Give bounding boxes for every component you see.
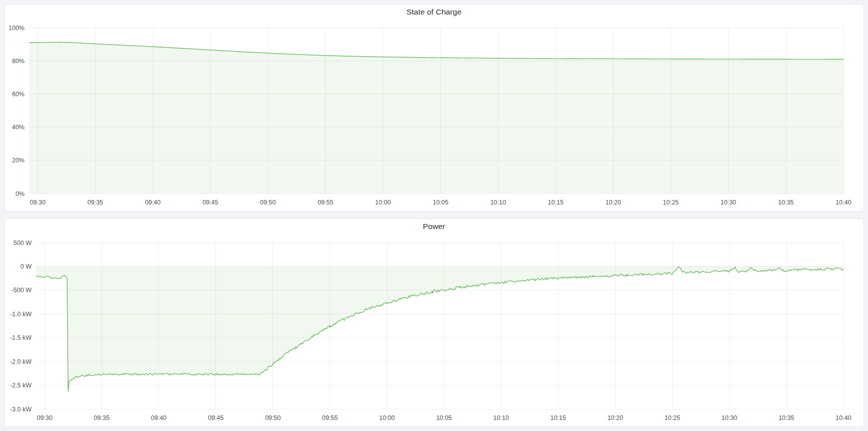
soc-panel: State of Charge 0%20%40%60%80%100%09:300…	[4, 4, 864, 211]
x-axis-tick-label: 10:20	[608, 414, 623, 421]
y-axis-tick-label: -1.5 kW	[10, 334, 32, 341]
soc-chart-area: 0%20%40%60%80%100%09:3009:3509:4009:4509…	[5, 20, 863, 211]
series-area-fill	[36, 266, 843, 391]
y-axis-tick-label: 20%	[12, 157, 25, 164]
x-axis-tick-label: 10:30	[722, 414, 737, 421]
x-axis-tick-label: 09:50	[260, 199, 275, 206]
x-axis-tick-label: 10:35	[778, 199, 793, 206]
x-axis-tick-label: 10:05	[436, 414, 452, 421]
x-axis-tick-label: 10:10	[490, 199, 506, 206]
x-axis-tick-label: 10:35	[778, 414, 794, 421]
x-axis-tick-label: 09:30	[30, 199, 46, 206]
power-panel-header[interactable]: Power	[5, 219, 863, 234]
soc-panel-header[interactable]: State of Charge	[5, 5, 863, 20]
x-axis-tick-label: 10:30	[721, 199, 736, 206]
x-axis-tick-label: 09:35	[88, 199, 103, 206]
x-axis-tick-label: 09:40	[145, 199, 160, 206]
power-chart-area: 500 W0 W-500 W-1.0 kW-1.5 kW-2.0 kW-2.5 …	[5, 234, 863, 426]
power-panel: Power 500 W0 W-500 W-1.0 kW-1.5 kW-2.0 k…	[4, 219, 864, 427]
x-axis-tick-label: 09:35	[94, 414, 109, 421]
x-axis-tick-label: 10:00	[379, 414, 395, 421]
series-area-fill	[29, 42, 843, 193]
x-axis-tick-label: 10:00	[375, 199, 391, 206]
y-axis-tick-label: 60%	[12, 91, 25, 98]
x-axis-tick-label: 10:40	[835, 199, 851, 206]
x-axis-tick-label: 10:05	[433, 199, 448, 206]
y-axis-tick-label: 500 W	[14, 240, 32, 247]
x-axis-tick-label: 09:55	[318, 199, 333, 206]
x-axis-tick-label: 09:40	[151, 414, 166, 421]
soc-chart[interactable]: 0%20%40%60%80%100%09:3009:3509:4009:4509…	[5, 20, 863, 211]
x-axis-tick-label: 09:55	[322, 414, 338, 421]
y-axis-tick-label: -500 W	[12, 287, 32, 294]
x-axis-tick-label: 10:10	[493, 414, 509, 421]
y-axis-tick-label: -3.0 kW	[10, 406, 32, 413]
y-axis-tick-label: -2.5 kW	[10, 382, 32, 389]
y-axis-tick-label: 0%	[16, 190, 25, 197]
power-chart[interactable]: 500 W0 W-500 W-1.0 kW-1.5 kW-2.0 kW-2.5 …	[5, 234, 863, 426]
y-axis-tick-label: 100%	[9, 25, 25, 32]
y-axis-tick-label: -1.0 kW	[10, 311, 32, 318]
power-panel-title: Power	[423, 222, 445, 231]
x-axis-tick-label: 09:30	[37, 414, 52, 421]
x-axis-tick-label: 10:40	[835, 414, 851, 421]
x-axis-tick-label: 10:15	[550, 414, 566, 421]
x-axis-tick-label: 09:45	[202, 199, 218, 206]
y-axis-tick-label: -2.0 kW	[10, 358, 32, 365]
y-axis-tick-label: 40%	[12, 124, 25, 131]
soc-panel-title: State of Charge	[406, 8, 461, 17]
x-axis-tick-label: 09:50	[265, 414, 280, 421]
x-axis-tick-label: 10:20	[606, 199, 621, 206]
x-axis-tick-label: 10:25	[663, 199, 679, 206]
x-axis-tick-label: 09:45	[208, 414, 223, 421]
y-axis-tick-label: 80%	[12, 58, 25, 65]
x-axis-tick-label: 10:25	[665, 414, 680, 421]
y-axis-tick-label: 0 W	[21, 263, 32, 270]
x-axis-tick-label: 10:15	[548, 199, 563, 206]
